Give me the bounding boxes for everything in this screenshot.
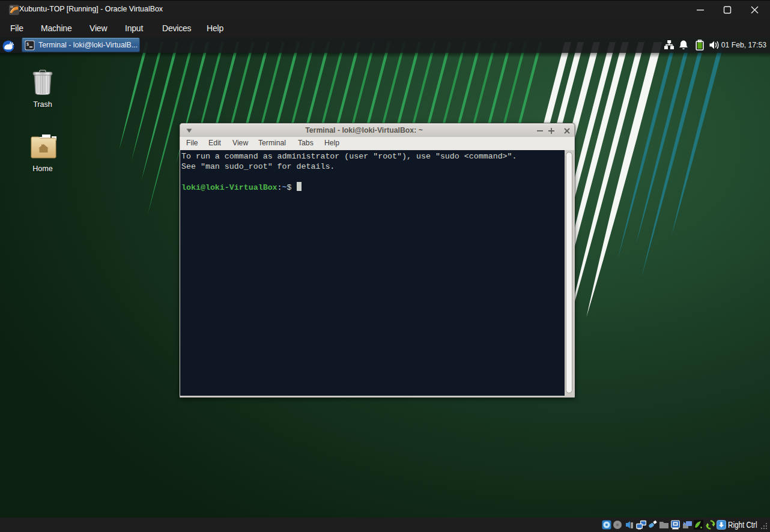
svg-text:$: $ [26, 42, 29, 47]
